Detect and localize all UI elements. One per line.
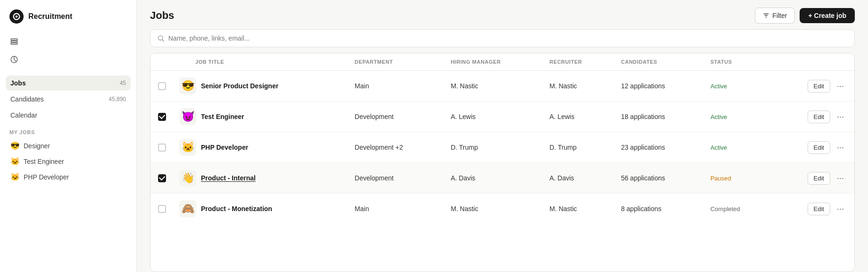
people-icon[interactable]	[6, 33, 23, 50]
row-candidates: 18 applications	[614, 102, 704, 132]
edit-button[interactable]: Edit	[808, 172, 830, 185]
col-job-title: JOB TITLE	[173, 53, 348, 71]
row-job-title: 😈 Test Engineer	[173, 102, 348, 132]
sidebar-item-jobs[interactable]: Jobs 45	[6, 76, 131, 91]
create-job-button[interactable]: + Create job	[800, 8, 855, 23]
php-developer-emoji: 🐱	[10, 172, 20, 181]
my-job-test-engineer[interactable]: 🐱 Test Engineer	[6, 153, 131, 169]
row-hiring-manager: D. Trump	[444, 132, 542, 163]
job-title-cell: 👋 Product - Internal	[179, 170, 342, 187]
row-status: Paused	[704, 163, 771, 194]
sidebar-item-candidates-label: Candidates	[10, 95, 44, 103]
row-job-title: 😎 Senior Product Designer	[173, 71, 348, 102]
svg-rect-2	[11, 39, 17, 40]
row-hiring-manager: M. Nastic	[444, 194, 542, 224]
status-badge: Paused	[710, 175, 731, 182]
row-department: Development	[348, 102, 444, 132]
row-recruiter: D. Trump	[543, 132, 615, 163]
row-job-title: 👋 Product - Internal	[173, 163, 348, 194]
table-row: 😎 Senior Product Designer MainM. NasticM…	[150, 71, 854, 102]
edit-button[interactable]: Edit	[808, 80, 830, 93]
row-checkbox[interactable]	[158, 113, 166, 121]
more-options-button[interactable]: ···	[833, 141, 848, 154]
col-department: DEPARTMENT	[348, 53, 444, 71]
status-badge: Completed	[710, 205, 740, 212]
search-icon	[157, 34, 165, 42]
status-badge: Active	[710, 113, 727, 120]
page-header: Jobs Filter + Create job	[137, 0, 868, 29]
main-content: Jobs Filter + Create job J	[137, 0, 868, 272]
table-row: 🐱 PHP Developer Development +2D. TrumpD.…	[150, 132, 854, 163]
jobs-table: JOB TITLE DEPARTMENT HIRING MANAGER RECR…	[150, 53, 854, 224]
more-options-button[interactable]: ···	[833, 79, 848, 93]
sidebar-item-candidates-badge: 45,890	[108, 96, 126, 102]
edit-button[interactable]: Edit	[808, 110, 830, 123]
my-job-php-developer-label: PHP Developer	[24, 173, 69, 181]
row-checkbox-cell	[150, 71, 173, 102]
col-hiring-manager: HIRING MANAGER	[444, 53, 542, 71]
row-status: Active	[704, 102, 771, 132]
more-options-button[interactable]: ···	[833, 110, 848, 123]
table-row: 😈 Test Engineer DevelopmentA. LewisA. Le…	[150, 102, 854, 132]
table-body: 😎 Senior Product Designer MainM. NasticM…	[150, 71, 854, 224]
more-options-button[interactable]: ···	[833, 171, 848, 185]
row-candidates: 12 applications	[614, 71, 704, 102]
my-job-php-developer[interactable]: 🐱 PHP Developer	[6, 169, 131, 185]
row-recruiter: M. Nastic	[543, 194, 615, 224]
row-status: Active	[704, 71, 771, 102]
row-hiring-manager: M. Nastic	[444, 71, 542, 102]
edit-button[interactable]: Edit	[808, 141, 830, 154]
job-title-cell: 😎 Senior Product Designer	[179, 77, 342, 94]
filter-icon	[763, 12, 769, 19]
row-actions: Edit ···	[777, 141, 848, 154]
filter-button[interactable]: Filter	[755, 8, 795, 24]
job-name[interactable]: Product - Internal	[201, 174, 256, 182]
svg-rect-3	[11, 41, 17, 42]
row-checkbox[interactable]	[158, 144, 166, 152]
svg-line-10	[162, 40, 164, 42]
row-hiring-manager: A. Lewis	[444, 102, 542, 132]
app-logo	[9, 9, 24, 24]
header-actions: Filter + Create job	[755, 8, 855, 24]
job-title-cell: 🙈 Product - Monetization	[179, 200, 342, 217]
table-row: 🙈 Product - Monetization MainM. NasticM.…	[150, 194, 854, 224]
row-recruiter: M. Nastic	[543, 71, 615, 102]
my-job-designer[interactable]: 😎 Designer	[6, 138, 131, 153]
row-checkbox[interactable]	[158, 82, 166, 90]
row-department: Main	[348, 71, 444, 102]
job-emoji: 👋	[179, 170, 196, 187]
row-actions-cell: Edit ···	[771, 71, 854, 102]
sidebar-item-calendar[interactable]: Calendar	[6, 108, 131, 123]
sidebar-item-jobs-badge: 45	[120, 80, 126, 86]
row-hiring-manager: A. Davis	[444, 163, 542, 194]
sidebar-item-candidates[interactable]: Candidates 45,890	[6, 92, 131, 107]
row-checkbox-cell	[150, 132, 173, 163]
col-recruiter: RECRUITER	[543, 53, 615, 71]
col-actions	[771, 53, 854, 71]
row-department: Main	[348, 194, 444, 224]
edit-button[interactable]: Edit	[808, 203, 830, 215]
col-status: STATUS	[704, 53, 771, 71]
job-name: Test Engineer	[201, 113, 244, 120]
row-checkbox[interactable]	[158, 205, 166, 213]
designer-emoji: 😎	[10, 141, 20, 150]
app-name: Recruitment	[28, 12, 72, 21]
row-actions: Edit ···	[777, 79, 848, 93]
row-actions-cell: Edit ···	[771, 102, 854, 132]
chart-icon[interactable]	[6, 51, 23, 68]
create-job-label: + Create job	[808, 12, 846, 19]
page-title: Jobs	[150, 9, 174, 22]
job-emoji: 😎	[179, 77, 196, 94]
row-actions: Edit ···	[777, 171, 848, 185]
row-job-title: 🐱 PHP Developer	[173, 132, 348, 163]
more-options-button[interactable]: ···	[833, 202, 848, 215]
search-bar[interactable]	[150, 29, 855, 47]
row-status: Active	[704, 132, 771, 163]
row-actions: Edit ···	[777, 110, 848, 123]
search-input[interactable]	[168, 34, 848, 42]
job-name: Senior Product Designer	[201, 82, 278, 90]
jobs-table-container: JOB TITLE DEPARTMENT HIRING MANAGER RECR…	[150, 53, 855, 272]
sidebar: Recruitment Jobs 45 Candidates 45,890 Ca…	[0, 0, 137, 272]
sidebar-item-jobs-label: Jobs	[10, 79, 26, 87]
row-checkbox[interactable]	[158, 174, 166, 182]
